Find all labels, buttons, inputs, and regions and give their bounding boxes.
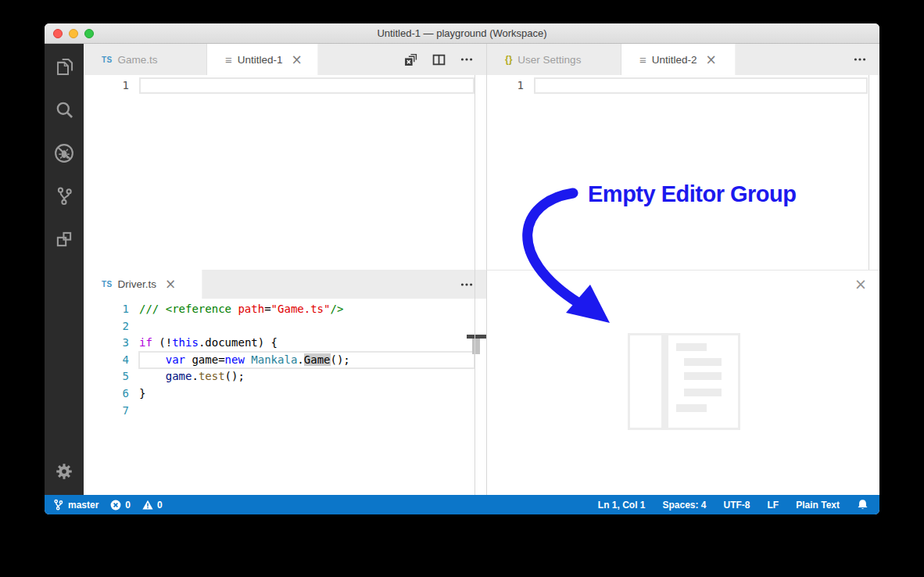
editor-scrollbar-border bbox=[868, 75, 869, 270]
editor-driver-ts[interactable]: 1/// <reference path="Game.ts"/>23if (!t… bbox=[84, 299, 486, 495]
overview-ruler-highlight-marker bbox=[467, 335, 486, 339]
screenshot-stage: Untitled-1 — playground (Workspace) bbox=[0, 0, 924, 577]
editor-group-top-right: {} User Settings ≡ Untitled-2 × bbox=[486, 44, 879, 270]
warning-count[interactable]: 0 bbox=[142, 500, 163, 511]
notifications-bell-icon[interactable] bbox=[857, 499, 868, 511]
editor-untitled-1[interactable]: 1 bbox=[84, 75, 486, 270]
line-number: 2 bbox=[84, 318, 139, 335]
line-number: 1 bbox=[487, 77, 534, 94]
search-icon[interactable] bbox=[45, 88, 84, 131]
error-count[interactable]: 0 bbox=[110, 500, 131, 511]
extensions-icon[interactable] bbox=[45, 217, 84, 260]
driver-code: 1/// <reference path="Game.ts"/>23if (!t… bbox=[84, 301, 486, 419]
line-number: 7 bbox=[84, 403, 139, 420]
error-icon bbox=[110, 500, 121, 511]
watermark-divider bbox=[661, 335, 668, 428]
debug-icon[interactable] bbox=[45, 131, 84, 174]
editor-group-bottom-left: TS Driver.ts × 1 bbox=[84, 270, 486, 495]
code-line[interactable]: 7 bbox=[84, 403, 486, 420]
watermark-sidebar-pane bbox=[630, 335, 661, 428]
code-line[interactable]: 5 game.test(); bbox=[84, 368, 486, 385]
close-all-editors-icon[interactable] bbox=[404, 53, 417, 66]
cursor-position[interactable]: Ln 1, Col 1 bbox=[598, 500, 646, 511]
git-branch-status[interactable]: master bbox=[52, 499, 98, 511]
tab-driver-ts[interactable]: TS Driver.ts × bbox=[84, 270, 202, 299]
json-file-icon: {} bbox=[505, 54, 512, 65]
line-number: 3 bbox=[84, 335, 139, 352]
explorer-icon[interactable] bbox=[45, 45, 84, 88]
tab-label: User Settings bbox=[518, 54, 581, 66]
code-line[interactable]: 1/// <reference path="Game.ts"/> bbox=[84, 301, 486, 318]
minimize-window-button[interactable] bbox=[69, 29, 78, 38]
git-branch-icon bbox=[52, 499, 64, 511]
code-line[interactable]: 2 bbox=[84, 318, 486, 335]
close-tab-icon[interactable]: × bbox=[292, 53, 303, 66]
language-mode[interactable]: Plain Text bbox=[796, 500, 840, 511]
line-number: 1 bbox=[84, 301, 139, 318]
line-number: 4 bbox=[84, 352, 139, 369]
close-window-button[interactable] bbox=[53, 29, 63, 38]
zoom-window-button[interactable] bbox=[84, 29, 94, 38]
traffic-lights bbox=[53, 23, 94, 43]
tab-user-settings[interactable]: {} User Settings bbox=[487, 44, 621, 75]
eol-sequence[interactable]: LF bbox=[768, 500, 779, 511]
current-line-highlight bbox=[534, 77, 868, 94]
line-number: 1 bbox=[84, 77, 139, 94]
title-bar: Untitled-1 — playground (Workspace) bbox=[45, 23, 879, 44]
activity-bar bbox=[45, 44, 84, 495]
editor-group-top-left: TS Game.ts ≡ Untitled-1 × bbox=[84, 44, 486, 270]
line-number: 6 bbox=[84, 385, 139, 403]
tab-bar-top-left: TS Game.ts ≡ Untitled-1 × bbox=[84, 44, 486, 75]
more-actions-icon[interactable] bbox=[460, 53, 473, 66]
typescript-file-icon: TS bbox=[102, 56, 112, 64]
vscode-window: Untitled-1 — playground (Workspace) bbox=[45, 23, 879, 514]
tab-game-ts[interactable]: TS Game.ts bbox=[84, 44, 207, 75]
line-number: 5 bbox=[84, 368, 139, 385]
watermark-text-pane bbox=[668, 335, 738, 428]
tab-label: Untitled-1 bbox=[238, 54, 283, 66]
scrollbar-thumb[interactable] bbox=[472, 337, 480, 354]
source-control-icon[interactable] bbox=[45, 174, 84, 217]
settings-gear-icon[interactable] bbox=[45, 450, 84, 493]
warning-icon bbox=[142, 500, 153, 511]
typescript-file-icon: TS bbox=[102, 280, 112, 288]
close-tab-icon[interactable]: × bbox=[706, 53, 717, 66]
close-tab-icon[interactable]: × bbox=[165, 278, 176, 291]
tab-bar-bottom-left: TS Driver.ts × bbox=[84, 270, 486, 299]
current-line-highlight bbox=[139, 77, 475, 94]
tab-label: Untitled-2 bbox=[652, 54, 697, 66]
tab-label: Game.ts bbox=[117, 54, 157, 66]
encoding[interactable]: UTF-8 bbox=[724, 500, 750, 511]
editor-scrollbar-border bbox=[475, 75, 475, 270]
editor-scrollbar-border bbox=[475, 270, 475, 495]
untitled-file-icon: ≡ bbox=[225, 54, 232, 66]
editor-untitled-2[interactable]: 1 bbox=[487, 75, 879, 270]
more-actions-icon[interactable] bbox=[854, 53, 866, 66]
untitled-file-icon: ≡ bbox=[639, 54, 646, 66]
tab-untitled-1[interactable]: ≡ Untitled-1 × bbox=[207, 44, 318, 75]
more-actions-icon[interactable] bbox=[460, 278, 473, 291]
indentation[interactable]: Spaces: 4 bbox=[662, 500, 706, 511]
window-title: Untitled-1 — playground (Workspace) bbox=[377, 27, 546, 39]
editor-group-bottom-right-empty[interactable]: × bbox=[486, 270, 879, 495]
close-group-icon[interactable]: × bbox=[854, 275, 867, 292]
code-line[interactable]: 4 var game=new Mankala.Game(); bbox=[84, 352, 486, 369]
tab-bar-top-right: {} User Settings ≡ Untitled-2 × bbox=[487, 44, 879, 75]
split-editor-icon[interactable] bbox=[432, 53, 446, 66]
status-bar: master 0 0 bbox=[45, 495, 879, 514]
empty-editor-group-watermark bbox=[628, 333, 740, 430]
editor-workbench: TS Game.ts ≡ Untitled-1 × bbox=[84, 44, 879, 495]
code-line[interactable]: 3if (!this.document) { bbox=[84, 335, 486, 352]
code-line[interactable]: 6} bbox=[84, 385, 486, 403]
tab-label: Driver.ts bbox=[117, 278, 156, 290]
tab-untitled-2[interactable]: ≡ Untitled-2 × bbox=[621, 44, 736, 75]
